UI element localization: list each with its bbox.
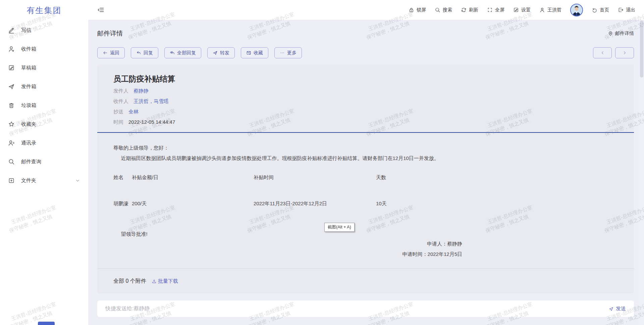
more-button[interactable]: 更多 [274, 47, 302, 58]
mail-meta: 发件人蔡静静收件人王洪哲，马雪瑶抄送全林时间2022-12-05 14:44:4… [113, 88, 618, 125]
mail-table-head: 姓名补贴金额/日补贴时间天数 [113, 174, 618, 181]
topbar-action-fullscreen[interactable]: 全屏 [487, 7, 504, 13]
scrollbar-thumb[interactable] [640, 20, 643, 77]
topbar-action-lock-screen[interactable]: 锁屏 [409, 7, 426, 13]
topbar-action-logout[interactable]: 退出 [618, 7, 635, 13]
meta-label: 收件人 [113, 98, 128, 105]
meta-label: 抄送 [113, 108, 123, 115]
topbar: 锁屏搜索刷新全屏设置王洪哲首页退出 [88, 0, 644, 20]
sidebar-item-inbox[interactable]: 收件箱 [0, 40, 88, 58]
star-icon [8, 121, 15, 127]
folder-plus-icon [8, 177, 15, 184]
reply-button[interactable]: 回复 [131, 47, 158, 58]
table-header-cell: 补贴金额/日 [132, 174, 254, 181]
fullscreen-icon [487, 7, 493, 13]
next-mail-button[interactable] [615, 47, 634, 58]
quick-send-bar: 快捷发送给:蔡静静 发送 [97, 301, 634, 317]
collapse-sidebar-icon[interactable] [97, 6, 105, 14]
mail-meta-row: 时间2022-12-05 14:44:47 [113, 119, 618, 125]
sidebar-item-label: 草稿箱 [21, 65, 36, 71]
table-header-cell: 姓名 [113, 174, 132, 181]
user-icon [539, 7, 545, 13]
forward-button[interactable]: 转发 [207, 47, 235, 58]
sidebar-item-trash[interactable]: 垃圾箱 [0, 96, 88, 115]
mail-greeting: 尊敬的上级领导，您好： [113, 144, 618, 151]
sidebar-item-label: 发件箱 [21, 84, 36, 90]
table-cell: 200/天 [132, 200, 254, 207]
topbar-action-label: 刷新 [469, 7, 478, 13]
quick-send-input[interactable]: 快捷发送给:蔡静静 [105, 305, 608, 312]
topbar-action-home[interactable]: 首页 [592, 7, 609, 13]
topbar-action-label: 设置 [521, 7, 531, 13]
download-icon [152, 279, 157, 284]
topbar-action-refresh[interactable]: 刷新 [461, 7, 478, 13]
back-button[interactable]: 返回 [97, 47, 125, 58]
topbar-action-current-user[interactable]: 王洪哲 [539, 7, 561, 13]
lock-icon [409, 7, 414, 13]
mail-meta-row: 收件人王洪哲，马雪瑶 [113, 98, 618, 105]
page-title: 邮件详情 [97, 29, 123, 38]
mail-closing: 望领导批准! [113, 230, 618, 237]
sidebar-nav: 写信收件箱草稿箱发件箱垃圾箱收藏夹通讯录邮件查询文件夹 [0, 21, 88, 190]
search-icon [8, 158, 15, 165]
breadcrumb-label: 邮件详情 [615, 31, 634, 37]
mail-detail-card: 员工防疫补贴结算 发件人蔡静静收件人王洪哲，马雪瑶抄送全林时间2022-12-0… [97, 64, 634, 293]
sidebar-item-label: 收藏夹 [21, 121, 36, 127]
sidebar-item-label: 垃圾箱 [21, 102, 36, 109]
meta-label: 时间 [113, 119, 123, 125]
topbar-action-search[interactable]: 搜索 [435, 7, 452, 13]
logout-icon [618, 7, 624, 13]
meta-value-link[interactable]: 王洪哲，马雪瑶 [133, 98, 169, 105]
batch-download-link[interactable]: 批量下载 [152, 278, 178, 284]
mail-body: 尊敬的上级领导，您好： 近期福田区数据团队成员胡鹏濠被抽调沙头街道参加疫情数据处… [97, 133, 634, 258]
table-cell: 胡鹏濠 [113, 200, 132, 207]
attachments-row: 全部 0 个附件 批量下载 [97, 269, 634, 293]
send-icon [213, 50, 218, 55]
button-label: 收藏 [254, 50, 263, 56]
table-cell: 10天 [376, 200, 618, 207]
applicant-block: 申请人：蔡静静 申请时间：2022年12月5日 [113, 240, 462, 258]
settings-icon [513, 7, 519, 13]
send-button[interactable]: 发送 [608, 306, 626, 312]
sidebar: 有生集团 写信收件箱草稿箱发件箱垃圾箱收藏夹通讯录邮件查询文件夹 [0, 0, 88, 325]
toolbar-buttons: 返回回复全部回复转发收藏更多 [97, 47, 302, 58]
sidebar-item-sent[interactable]: 发件箱 [0, 77, 88, 96]
chevron-down-icon [75, 178, 80, 183]
sidebar-item-folders[interactable]: 文件夹 [0, 171, 88, 190]
table-cell: 2022年11月23日-2022年12月2日 [254, 200, 376, 207]
attachments-summary: 全部 0 个附件 [113, 278, 146, 285]
user-avatar[interactable] [570, 4, 583, 16]
sidebar-item-drafts[interactable]: 草稿箱 [0, 58, 88, 77]
screenshot-tooltip: 截图(Alt + A) [324, 223, 355, 232]
sidebar-item-compose[interactable]: 写信 [0, 21, 88, 40]
send-label: 发送 [616, 306, 626, 312]
chevron-left-icon [600, 51, 605, 55]
sidebar-item-favorites[interactable]: 收藏夹 [0, 115, 88, 133]
sidebar-item-label: 文件夹 [21, 177, 36, 184]
topbar-action-label: 搜索 [443, 7, 452, 13]
contacts-icon [8, 140, 15, 146]
trash-icon [8, 102, 15, 109]
mail-paragraph: 近期福田区数据团队成员胡鹏濠被抽调沙头街道参加疫情数据处理工作。现根据防疫补贴标… [113, 155, 618, 162]
button-label: 转发 [220, 50, 229, 56]
mail-meta-row: 抄送全林 [113, 108, 618, 115]
topbar-action-label: 王洪哲 [547, 7, 561, 13]
sidebar-item-mail-search[interactable]: 邮件查询 [0, 152, 88, 171]
button-label: 返回 [110, 50, 119, 56]
topbar-actions: 锁屏搜索刷新全屏设置王洪哲首页退出 [409, 4, 635, 16]
reply-all-button[interactable]: 全部回复 [164, 47, 201, 58]
app-root: 有生集团 写信收件箱草稿箱发件箱垃圾箱收藏夹通讯录邮件查询文件夹 锁屏搜索刷新全… [0, 0, 644, 325]
draft-icon [8, 64, 15, 71]
sidebar-item-label: 收件箱 [21, 46, 36, 52]
topbar-action-settings[interactable]: 设置 [513, 7, 531, 13]
sidebar-bottom-accent [38, 322, 55, 325]
mail-star-icon [246, 50, 251, 55]
content-head: 邮件详情 邮件详情 [97, 29, 634, 38]
meta-value-link[interactable]: 全林 [128, 108, 139, 115]
sidebar-item-contacts[interactable]: 通讯录 [0, 133, 88, 152]
prev-mail-button[interactable] [593, 47, 612, 58]
brand-logo: 有生集团 [0, 0, 88, 21]
search-icon [435, 7, 440, 13]
favorite-button[interactable]: 收藏 [241, 47, 268, 58]
meta-value-link[interactable]: 蔡静静 [133, 88, 149, 94]
